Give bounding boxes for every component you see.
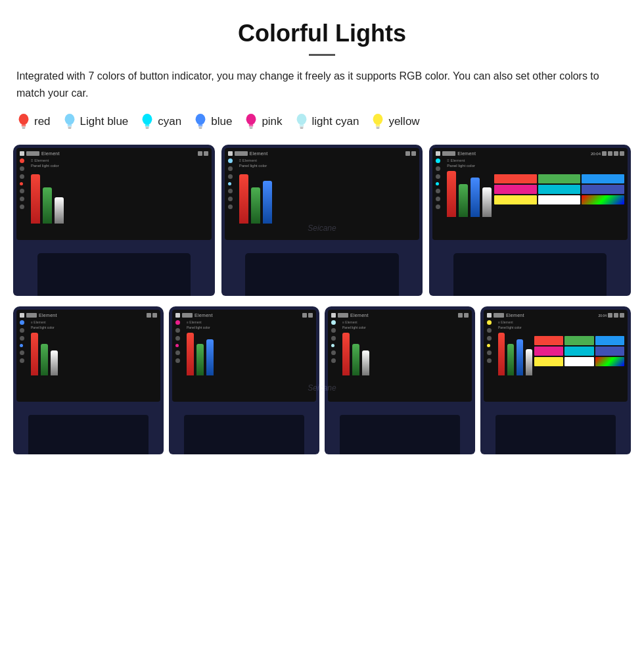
bulb-icon-lightblue <box>62 113 77 130</box>
svg-rect-25 <box>376 124 380 127</box>
color-item-cyan: cyan <box>140 113 181 130</box>
page-title: Colorful Lights <box>13 20 631 47</box>
svg-rect-21 <box>299 124 304 127</box>
color-item-lightblue: Light blue <box>62 113 129 130</box>
svg-rect-3 <box>22 128 26 128</box>
svg-point-12 <box>196 114 206 125</box>
page-description: Integrated with 7 colors of button indic… <box>13 68 631 101</box>
color-legend-row: red Light blue cyan <box>13 113 631 130</box>
unit-5: Element <box>169 306 319 454</box>
unit-1: Element <box>13 145 215 296</box>
svg-rect-5 <box>67 124 72 127</box>
svg-rect-15 <box>199 128 202 128</box>
bulb-icon-yellow <box>371 113 385 130</box>
color-label-red: red <box>34 115 51 128</box>
unit-7-screen: Element 20:04 <box>484 310 628 402</box>
svg-rect-27 <box>377 128 380 128</box>
svg-rect-1 <box>22 124 26 127</box>
unit-2-screen: Element <box>225 148 420 240</box>
svg-point-0 <box>19 114 29 125</box>
unit-6-screen: Element <box>328 310 472 402</box>
title-divider <box>309 54 335 56</box>
svg-rect-22 <box>300 127 304 128</box>
bulb-icon-cyan <box>140 113 154 130</box>
svg-point-16 <box>246 114 256 125</box>
unit-1-screen: Element <box>16 148 212 240</box>
unit-5-screen: Element <box>172 310 316 402</box>
svg-rect-18 <box>250 127 254 128</box>
svg-rect-17 <box>249 124 254 127</box>
svg-point-4 <box>64 114 74 125</box>
unit-4: Element <box>13 306 164 454</box>
color-label-yellow: yellow <box>388 115 419 128</box>
color-item-lightcyan: light cyan <box>294 113 359 130</box>
svg-rect-26 <box>377 127 380 128</box>
bulb-icon-blue <box>193 113 208 130</box>
unit-3-screen: Element 20:04 <box>432 148 628 240</box>
color-item-yellow: yellow <box>371 113 419 130</box>
bottom-units-section: Element <box>13 306 631 454</box>
svg-rect-7 <box>68 128 71 128</box>
bulb-icon-pink <box>244 113 258 130</box>
color-item-red: red <box>16 113 51 130</box>
svg-rect-14 <box>198 127 202 128</box>
svg-rect-6 <box>68 127 72 128</box>
unit-3: Element 20:04 <box>429 145 631 296</box>
unit-2: Element <box>221 145 423 296</box>
panel-title-1: Panel light color <box>31 164 208 168</box>
color-item-pink: pink <box>244 113 282 130</box>
svg-rect-13 <box>198 124 203 127</box>
svg-rect-10 <box>146 127 150 128</box>
page-container: Colorful Lights Integrated with 7 colors… <box>0 0 644 467</box>
svg-point-8 <box>143 114 152 125</box>
unit-4-screen: Element <box>16 310 160 402</box>
color-label-cyan: cyan <box>158 115 181 128</box>
svg-point-20 <box>296 114 306 125</box>
unit-7: Element 20:04 <box>480 306 631 454</box>
color-label-lightblue: Light blue <box>80 115 129 128</box>
color-label-blue: blue <box>211 115 232 128</box>
svg-rect-19 <box>250 128 253 128</box>
svg-rect-11 <box>146 128 149 128</box>
unit-6: Element <box>325 306 475 454</box>
color-label-lightcyan: light cyan <box>312 115 359 128</box>
svg-rect-9 <box>145 124 150 127</box>
svg-rect-23 <box>300 128 303 128</box>
bulb-icon-lightcyan <box>294 113 309 130</box>
top-units-section: Element <box>13 145 631 296</box>
color-label-pink: pink <box>262 115 282 128</box>
svg-point-24 <box>373 114 383 125</box>
bulb-icon-red <box>16 113 31 130</box>
color-item-blue: blue <box>193 113 232 130</box>
svg-rect-2 <box>22 127 26 128</box>
